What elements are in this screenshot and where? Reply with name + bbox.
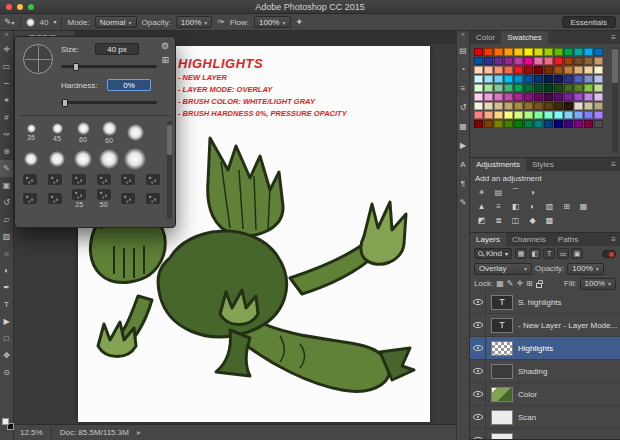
swatch[interactable]	[514, 57, 523, 65]
swatch[interactable]	[594, 120, 603, 128]
tab-layers[interactable]: Layers	[470, 233, 506, 246]
swatch[interactable]	[564, 75, 573, 83]
brush-preset[interactable]: 25	[68, 187, 91, 210]
swatch[interactable]	[564, 102, 573, 110]
quick-selection-tool[interactable]: ✶	[0, 92, 13, 109]
brush-tip-preview-icon[interactable]	[26, 18, 35, 27]
clone-stamp-tool[interactable]: ▣	[0, 177, 13, 194]
layer-row[interactable]: Color	[470, 383, 620, 406]
gear-icon[interactable]: ⚙	[161, 41, 169, 51]
new-preset-icon[interactable]: ⊞	[161, 55, 169, 65]
swatch[interactable]	[594, 75, 603, 83]
history-panel-icon[interactable]: ↺	[457, 98, 469, 117]
brush-angle-control[interactable]	[23, 44, 53, 74]
swatch[interactable]	[474, 111, 483, 119]
swatch[interactable]	[584, 111, 593, 119]
color-balance-icon[interactable]: ◧	[508, 200, 523, 213]
swatch[interactable]	[514, 120, 523, 128]
brush-settings-panel-icon[interactable]: ✎	[457, 193, 469, 212]
brush-preset[interactable]	[45, 146, 69, 172]
photo-filter-icon[interactable]: ▧	[542, 200, 557, 213]
properties-panel-icon[interactable]: ▦	[457, 117, 469, 136]
swatch[interactable]	[494, 84, 503, 92]
channel-mixer-icon[interactable]: ⊞	[559, 200, 574, 213]
swatch[interactable]	[544, 111, 553, 119]
swatch[interactable]	[554, 111, 563, 119]
brush-preset[interactable]	[68, 172, 91, 187]
swatch[interactable]	[484, 111, 493, 119]
lasso-tool[interactable]: ∽	[0, 75, 13, 92]
tab-adjustments[interactable]: Adjustments	[470, 158, 526, 171]
brush-preset[interactable]	[117, 172, 140, 187]
brush-preset[interactable]	[19, 187, 42, 210]
swatch[interactable]	[484, 102, 493, 110]
filter-smart-object-icon[interactable]: ▣	[571, 248, 583, 259]
swatch[interactable]	[554, 93, 563, 101]
swatch[interactable]	[494, 102, 503, 110]
swatch[interactable]	[594, 93, 603, 101]
swatch[interactable]	[504, 57, 513, 65]
swatch[interactable]	[544, 93, 553, 101]
swatch[interactable]	[564, 57, 573, 65]
swatch[interactable]	[474, 75, 483, 83]
swatch[interactable]	[584, 93, 593, 101]
swatch[interactable]	[584, 102, 593, 110]
pressure-opacity-icon[interactable]: ✑	[217, 18, 225, 27]
swatch[interactable]	[524, 66, 533, 74]
lock-transparent-pixels-icon[interactable]: ▦	[496, 279, 504, 288]
brush-preset[interactable]	[44, 187, 67, 210]
swatch[interactable]	[514, 84, 523, 92]
brush-preset[interactable]	[19, 172, 42, 187]
brush-preset[interactable]	[123, 119, 147, 146]
swatch[interactable]	[534, 93, 543, 101]
foreground-color-chip[interactable]	[2, 418, 9, 425]
swatch[interactable]	[524, 102, 533, 110]
swatch[interactable]	[534, 48, 543, 56]
swatch[interactable]	[554, 102, 563, 110]
brush-size-field[interactable]: 40 px	[95, 43, 139, 55]
swatch[interactable]	[574, 57, 583, 65]
swatch[interactable]	[574, 102, 583, 110]
curves-icon[interactable]: ⌒	[508, 186, 523, 199]
swatch[interactable]	[574, 120, 583, 128]
tab-swatches[interactable]: Swatches	[501, 31, 548, 44]
navigator-panel-icon[interactable]: ≡	[457, 79, 469, 98]
layer-row[interactable]: Highlights	[470, 337, 620, 360]
brush-preset[interactable]: 50	[93, 187, 116, 210]
swatch[interactable]	[544, 57, 553, 65]
brightness-contrast-icon[interactable]: ☀	[474, 186, 489, 199]
tool-preset-icon[interactable]: ✎▾	[4, 18, 15, 27]
close-window-button[interactable]	[6, 4, 12, 10]
filter-adjustment-icon[interactable]: ◧	[529, 248, 541, 259]
hardness-slider-thumb[interactable]	[62, 99, 68, 107]
brush-picker-arrow-icon[interactable]: ▾	[53, 19, 56, 25]
toolbar-collapse-icon[interactable]: »	[0, 31, 13, 41]
swatch[interactable]	[574, 48, 583, 56]
libraries-panel-icon[interactable]: ▤	[457, 41, 469, 60]
history-brush-tool[interactable]: ↺	[0, 194, 13, 211]
swatch[interactable]	[504, 66, 513, 74]
swatch[interactable]	[494, 66, 503, 74]
swatch[interactable]	[524, 75, 533, 83]
size-slider-thumb[interactable]	[73, 63, 79, 71]
blur-tool[interactable]: ○	[0, 245, 13, 262]
layer-fill-dropdown[interactable]: 100%▾	[580, 278, 616, 290]
swatch[interactable]	[484, 93, 493, 101]
panel-menu-icon[interactable]: ≡	[607, 31, 620, 44]
swatch[interactable]	[564, 48, 573, 56]
layer-blend-mode-dropdown[interactable]: Overlay▾	[474, 263, 532, 275]
swatch[interactable]	[534, 57, 543, 65]
swatch[interactable]	[584, 120, 593, 128]
swatch[interactable]	[594, 102, 603, 110]
swatch[interactable]	[534, 66, 543, 74]
brush-preset[interactable]	[123, 146, 147, 172]
brush-preset[interactable]	[19, 146, 43, 172]
swatch[interactable]	[554, 120, 563, 128]
swatch[interactable]	[524, 57, 533, 65]
swatch[interactable]	[534, 111, 543, 119]
swatch[interactable]	[574, 66, 583, 74]
swatch[interactable]	[484, 75, 493, 83]
brush-size-value[interactable]: 40	[40, 18, 49, 27]
swatch[interactable]	[554, 57, 563, 65]
tab-paths[interactable]: Paths	[552, 233, 584, 246]
